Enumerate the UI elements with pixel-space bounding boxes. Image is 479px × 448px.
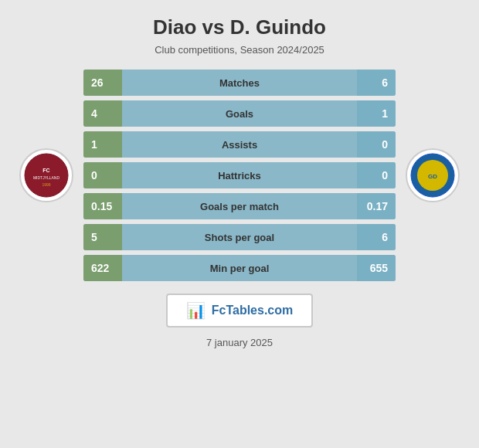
stat-left-value: 4 <box>83 100 122 127</box>
stat-left-value: 0.15 <box>83 193 122 219</box>
svg-text:MIDTJYLLAND: MIDTJYLLAND <box>33 175 60 180</box>
stat-right-value: 1 <box>357 100 396 127</box>
stat-right-value: 0 <box>357 131 396 158</box>
page-subtitle: Club competitions, Season 2024/2025 <box>155 44 324 56</box>
svg-text:GD: GD <box>428 173 437 180</box>
stat-row: 5Shots per goal6 <box>83 224 396 250</box>
right-team-logo: GD <box>402 148 464 203</box>
stat-left-value: 5 <box>83 224 122 250</box>
svg-text:1999: 1999 <box>42 182 50 187</box>
stat-row: 0.15Goals per match0.17 <box>83 193 396 219</box>
stat-label: Min per goal <box>122 263 357 274</box>
stat-label: Goals <box>122 108 357 120</box>
stat-right-value: 0 <box>357 162 396 188</box>
main-content: FC MIDTJYLLAND 1999 26Matches64Goals11As… <box>15 70 464 281</box>
fctables-label: FcTables.com <box>212 304 294 317</box>
stat-row: 4Goals1 <box>83 100 396 127</box>
stat-row: 26Matches6 <box>83 70 396 96</box>
stat-label: Hattricks <box>122 170 357 182</box>
left-team-emblem: FC MIDTJYLLAND 1999 <box>19 148 74 203</box>
stat-label: Assists <box>122 139 357 151</box>
fctables-banner: 📊 FcTables.com <box>166 294 314 328</box>
stat-right-value: 6 <box>357 70 396 96</box>
stat-label: Goals per match <box>122 201 357 212</box>
svg-text:FC: FC <box>42 168 49 173</box>
left-team-logo: FC MIDTJYLLAND 1999 <box>15 148 77 203</box>
stat-left-value: 1 <box>83 131 122 158</box>
stat-right-value: 6 <box>357 224 396 250</box>
footer-date: 7 january 2025 <box>206 337 273 348</box>
page-title: Diao vs D. Guindo <box>153 15 326 39</box>
fctables-icon: 📊 <box>186 301 206 320</box>
stat-left-value: 0 <box>83 162 122 188</box>
stat-row: 1Assists0 <box>83 131 396 158</box>
stat-left-value: 622 <box>83 255 122 281</box>
stat-row: 0Hattricks0 <box>83 162 396 188</box>
stat-right-value: 0.17 <box>357 193 396 219</box>
stat-label: Matches <box>122 77 357 89</box>
stat-left-value: 26 <box>83 70 122 96</box>
stat-right-value: 655 <box>357 255 396 281</box>
stat-label: Shots per goal <box>122 232 357 243</box>
stats-container: 26Matches64Goals11Assists00Hattricks00.1… <box>83 70 396 281</box>
right-team-emblem: GD <box>405 148 460 203</box>
stat-row: 622Min per goal655 <box>83 255 396 281</box>
